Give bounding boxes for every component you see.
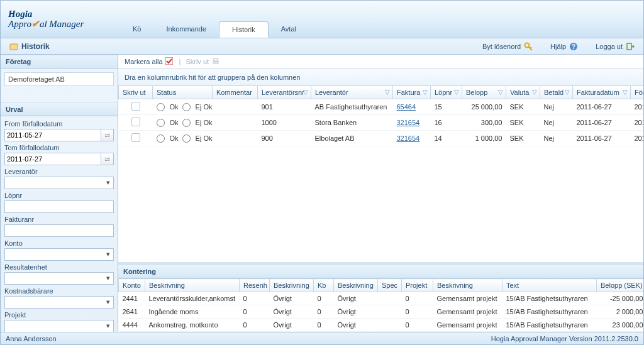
status-ok-radio[interactable] (157, 103, 165, 111)
tom-date-picker-button[interactable]: 15 (101, 153, 114, 165)
col-levnr[interactable]: Leverantörsnr▽ (258, 86, 311, 99)
faktura-link[interactable]: 65464 (397, 103, 416, 111)
row-checkbox[interactable] (131, 102, 140, 111)
filter-icon[interactable]: ▽ (623, 89, 628, 96)
svg-rect-5 (165, 57, 173, 65)
kostnadsb-select[interactable] (4, 296, 114, 309)
status-ok-radio[interactable] (157, 134, 165, 143)
col-lev[interactable]: Leverantör▽ (311, 86, 393, 99)
row-checkbox[interactable] (131, 118, 140, 126)
col-betald[interactable]: Betald▽ (540, 86, 573, 99)
grid-header-row: Skriv ut Status Kommentar Leverantörsnr▽… (119, 86, 644, 99)
filter-icon[interactable]: ▽ (565, 89, 570, 96)
resultatenhet-select[interactable] (4, 272, 114, 285)
filter-icon[interactable]: ▽ (385, 89, 390, 96)
col-fakturadatum[interactable]: Fakturadatum▽ (573, 86, 631, 99)
print-link[interactable]: Skriv ut (186, 57, 220, 66)
cell-betald: Nej (540, 115, 573, 131)
col-valuta[interactable]: Valuta▽ (506, 86, 540, 99)
status-ejok-radio[interactable] (182, 103, 191, 111)
k-col-spec[interactable]: Spec (378, 279, 402, 292)
filter-icon[interactable]: ▽ (498, 89, 503, 96)
tab-inkommande[interactable]: Inkommande (153, 21, 219, 38)
status-ejok-radio[interactable] (182, 119, 191, 127)
filter-icon[interactable]: ▽ (532, 89, 537, 96)
status-ok-radio[interactable] (157, 119, 165, 127)
table-row[interactable]: Ok Ej Ok 1000 Stora Banken 321654 16 300… (119, 115, 644, 131)
filter-icon[interactable]: ▽ (423, 89, 428, 96)
k-col-kb[interactable]: Kb (314, 279, 334, 292)
change-password-link[interactable]: Byt lösenord (482, 42, 533, 51)
col-belopp[interactable]: Belopp▽ (462, 86, 506, 99)
k-cell-b2: Övrigt (270, 305, 314, 319)
cell-levnr: 1000 (258, 115, 311, 131)
footer-user: Anna Andersson (6, 335, 57, 342)
mark-all-link[interactable]: Markera alla (125, 57, 174, 66)
page-title: Historik (9, 42, 50, 51)
col-skrivut[interactable]: Skriv ut (119, 86, 153, 99)
k-col-konto[interactable]: Konto (119, 279, 145, 292)
k-col-resenh[interactable]: Resenh (240, 279, 270, 292)
k-col-beskr3[interactable]: Beskrivning (334, 279, 378, 292)
lopnr-label: Löpnr (4, 192, 114, 199)
logout-link[interactable]: Logga ut (596, 42, 635, 51)
projekt-select[interactable] (4, 320, 114, 332)
footer: Anna Andersson Hogia Approval Manager Ve… (1, 332, 643, 344)
main-layout: Företag Demoföretaget AB Urval From förf… (1, 55, 643, 332)
cell-lopnr: 14 (431, 131, 462, 146)
k-cell-resenh: 0 (240, 319, 270, 332)
k-col-belopp[interactable]: Belopp (SEK) (597, 279, 645, 292)
tab-ko[interactable]: Kö (120, 21, 153, 38)
table-row[interactable]: Ok Ej Ok 900 Elbolaget AB 321654 14 1 00… (119, 131, 644, 146)
status-ejok-radio[interactable] (182, 134, 191, 143)
tab-avtal[interactable]: Avtal (269, 21, 309, 38)
k-col-beskr2[interactable]: Beskrivning (270, 279, 314, 292)
k-cell-proj: 0 (402, 292, 433, 305)
footer-version: Hogia Approval Manager Version 2011.2.25… (491, 335, 638, 342)
k-cell-b3: Övrigt (334, 305, 378, 319)
company-name[interactable]: Demoföretaget AB (4, 72, 114, 86)
kontering-panel: Kontering Konto Beskrivning Resenh Beskr… (118, 262, 643, 332)
calendar-icon: 15 (105, 133, 110, 138)
k-cell-spec (378, 305, 402, 319)
faktura-link[interactable]: 321654 (397, 134, 420, 142)
kontering-row[interactable]: 2641 Ingående moms 0 Övrigt 0 Övrigt 0 G… (119, 305, 645, 319)
leverantor-select[interactable] (4, 177, 114, 189)
cell-belopp: 25 000,00 (462, 99, 506, 115)
table-row[interactable]: Ok Ej Ok 901 AB Fastighetsuthyraren 6546… (119, 99, 644, 115)
from-date-input[interactable] (4, 129, 101, 141)
k-col-beskr[interactable]: Beskrivning (145, 279, 240, 292)
col-faktura[interactable]: Faktura▽ (393, 86, 431, 99)
konto-select[interactable] (4, 248, 114, 261)
leverantor-label: Leverantör (4, 168, 114, 175)
k-col-projekt[interactable]: Projekt (402, 279, 433, 292)
konto-label: Konto (4, 239, 114, 247)
filter-icon[interactable]: ▽ (454, 89, 459, 96)
group-by-hint[interactable]: Dra en kolumnrubrik hit för att gruppera… (118, 69, 643, 86)
k-col-beskr4[interactable]: Beskrivning (433, 279, 502, 292)
filter-icon[interactable]: ▽ (303, 89, 308, 96)
fakturanr-label: Fakturanr (4, 216, 114, 223)
tom-date-input[interactable] (4, 153, 101, 165)
col-kommentar[interactable]: Kommentar (213, 86, 258, 99)
col-forfall[interactable]: Förfallodatum▽ (631, 86, 644, 99)
lopnr-input[interactable] (4, 200, 114, 213)
grid-toolbar: Markera alla | Skriv ut (118, 55, 643, 69)
k-cell-b1: Ankomstreg. motkonto (145, 319, 240, 332)
row-checkbox[interactable] (131, 133, 140, 142)
from-date-picker-button[interactable]: 15 (101, 129, 114, 141)
k-cell-text: 15/AB Fastighetsuthyraren (502, 305, 597, 319)
col-lopnr[interactable]: Löpnr▽ (431, 86, 462, 99)
cell-betald: Nej (540, 131, 573, 146)
col-status[interactable]: Status (153, 86, 213, 99)
invoice-grid: Skriv ut Status Kommentar Leverantörsnr▽… (118, 86, 643, 262)
kontering-row[interactable]: 4444 Ankomstreg. motkonto 0 Övrigt 0 Övr… (119, 319, 645, 332)
fakturanr-input[interactable] (4, 224, 114, 237)
kontering-row[interactable]: 2441 Leverantörsskulder,ankomst 0 Övrigt… (119, 292, 645, 305)
tab-historik[interactable]: Historik (219, 21, 269, 38)
svg-rect-0 (10, 44, 18, 50)
help-link[interactable]: Hjälp ? (550, 42, 578, 51)
faktura-link[interactable]: 321654 (397, 119, 420, 126)
k-cell-b1: Ingående moms (145, 305, 240, 319)
k-col-text[interactable]: Text (502, 279, 597, 292)
